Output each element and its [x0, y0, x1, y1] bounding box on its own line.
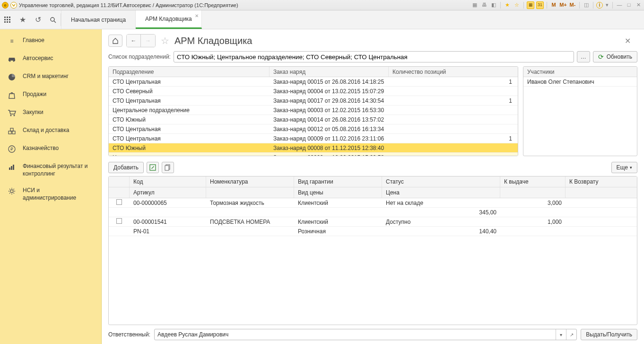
sidebar-item-treasury[interactable]: ₽ Казначейство	[0, 140, 101, 158]
cell-check[interactable]	[109, 217, 130, 226]
order-row[interactable]: Центральное подразделениеЗаказ-наряд 000…	[109, 106, 518, 115]
col-pricetype[interactable]: Вид цены	[294, 187, 382, 198]
cell-check[interactable]	[109, 198, 130, 207]
sidebar-item-label: Автосервис	[23, 55, 53, 62]
col-article[interactable]: Артикул	[130, 187, 206, 198]
col-out[interactable]: К выдаче	[500, 176, 566, 187]
main-panel: ← → ☆ АРМ Кладовщика ✕ Список подразделе…	[102, 29, 644, 344]
responsible-combo[interactable]: Авдеев Руслан Дамирович ▾ ↗	[154, 329, 577, 340]
sidebar-item-crm[interactable]: CRM и маркетинг	[0, 68, 101, 86]
m-plus-button[interactable]: M+	[559, 1, 567, 9]
app-menu-dropdown[interactable]	[10, 2, 17, 9]
edit-button[interactable]	[147, 162, 159, 173]
tab-close-icon[interactable]: ✕	[195, 13, 199, 18]
sidebar-item-sales[interactable]: Продажи	[0, 86, 101, 104]
sidebar-item-finance[interactable]: Финансовый результат и контроллинг	[0, 158, 101, 182]
item-subrow[interactable]: PN-01Розничная140,40	[109, 227, 637, 236]
tab-arm-kladovshika[interactable]: АРМ Кладовщика ✕	[136, 10, 202, 29]
departments-input[interactable]	[174, 51, 574, 62]
toolbar-icon-1[interactable]: ▦	[471, 1, 479, 9]
sidebar-item-label: CRM и маркетинг	[23, 73, 69, 80]
print-icon[interactable]: 🖶	[480, 1, 488, 9]
item-row[interactable]: 00-00001541ПОДСВЕТКА НОМЕРАКлиентскийДос…	[109, 217, 637, 227]
order-row[interactable]: Центральное подразделениеЗаказ-наряд 000…	[109, 153, 518, 156]
filter-label: Список подразделений:	[108, 53, 171, 60]
maximize-button[interactable]: □	[625, 1, 633, 9]
items-table[interactable]: Код Номенклатура Вид гарантии Статус К в…	[108, 176, 637, 325]
close-page-button[interactable]: ✕	[625, 36, 637, 45]
sidebar-item-label: НСИ и администрирование	[23, 187, 94, 202]
orders-body[interactable]: СТО ЦентральнаяЗаказ-наряд 00015 от 26.0…	[109, 77, 518, 156]
refresh-button[interactable]: ⟳ Обновить	[593, 51, 637, 62]
info-icon[interactable]: i	[596, 2, 603, 9]
order-row[interactable]: СТО ЮжныйЗаказ-наряд 00014 от 26.08.2016…	[109, 115, 518, 124]
item-subrow[interactable]: 345,00	[109, 208, 637, 217]
col-price[interactable]: Цена	[382, 187, 500, 198]
orders-table[interactable]: Подразделение Заказ наряд Количество поз…	[108, 66, 518, 156]
close-window-button[interactable]: ✕	[635, 1, 642, 9]
item-row[interactable]: 00-00000065Тормозная жидкостьКлиентскийН…	[109, 198, 637, 208]
m-minus-button[interactable]: M-	[569, 1, 576, 9]
tab-active-label: АРМ Кладовщика	[145, 16, 192, 22]
panel-icon[interactable]: ◫	[583, 1, 590, 9]
calendar-icon[interactable]: 31	[536, 1, 544, 9]
sidebar-item-purchase[interactable]: Закупки	[0, 104, 101, 122]
participant-row[interactable]: Иванов Олег Степанович	[523, 77, 637, 87]
participants-body[interactable]: Иванов Олег Степанович	[523, 77, 637, 156]
apps-icon[interactable]	[0, 16, 15, 24]
order-row[interactable]: СТО ЦентральнаяЗаказ-наряд 00015 от 26.0…	[109, 77, 518, 87]
svg-rect-8	[9, 21, 10, 23]
tab-home[interactable]: Начальная страница	[61, 10, 136, 29]
add-button[interactable]: Добавить	[108, 162, 144, 173]
sidebar-item-warehouse[interactable]: Склад и доставка	[0, 122, 101, 140]
sidebar-item-autoservice[interactable]: Автосервис	[0, 50, 101, 68]
more-label: Еще	[617, 164, 628, 171]
issue-receive-button[interactable]: Выдать/Получить	[581, 329, 637, 340]
order-row[interactable]: СТО ЮжныйЗаказ-наряд 00008 от 11.12.2015…	[109, 143, 518, 153]
cell-qty: 1	[389, 135, 518, 142]
star-icon[interactable]: ★	[15, 15, 30, 24]
sidebar-item-nsi[interactable]: НСИ и администрирование	[0, 182, 101, 206]
col-participants[interactable]: Участники	[523, 67, 637, 77]
m-button[interactable]: M	[550, 1, 557, 9]
items-body[interactable]: 00-00000065Тормозная жидкостьКлиентскийН…	[109, 198, 637, 325]
more-button[interactable]: Еще ▾	[611, 162, 637, 173]
col-status[interactable]: Статус	[382, 176, 500, 187]
chevron-down-icon: ▾	[630, 165, 632, 170]
order-row[interactable]: СТО ЦентральнаяЗаказ-наряд 00017 от 29.0…	[109, 96, 518, 106]
home-button[interactable]	[108, 35, 122, 47]
col-dept[interactable]: Подразделение	[109, 67, 270, 77]
separator	[593, 2, 593, 9]
favorites-alt-icon[interactable]: ☆	[513, 1, 521, 9]
open-button[interactable]: ↗	[566, 329, 576, 340]
chevron-down-icon[interactable]: ▾	[556, 329, 566, 340]
copy-button[interactable]	[162, 162, 174, 173]
order-row[interactable]: СТО ЦентральнаяЗаказ-наряд 00012 от 05.0…	[109, 124, 518, 134]
cell-order: Заказ-наряд 00008 от 11.12.2015 12:38:40	[270, 145, 389, 151]
sidebar-item-glavnoe[interactable]: ≡ Главное	[0, 32, 101, 50]
search-icon[interactable]	[45, 17, 61, 23]
col-order[interactable]: Заказ наряд	[270, 67, 389, 77]
col-nom[interactable]: Номенклатура	[206, 176, 294, 187]
svg-point-11	[9, 61, 11, 62]
col-code[interactable]: Код	[130, 176, 206, 187]
calc-icon[interactable]: ▦	[527, 1, 534, 9]
select-button[interactable]: …	[577, 51, 590, 62]
history-icon[interactable]: ↺	[30, 15, 45, 24]
back-button[interactable]: ←	[127, 35, 141, 47]
favorite-star-icon[interactable]: ☆	[159, 35, 171, 46]
page-title: АРМ Кладовщика	[174, 35, 252, 46]
toolbar-icon-3[interactable]: ◧	[490, 1, 497, 9]
col-warranty[interactable]: Вид гарантии	[294, 176, 382, 187]
forward-button[interactable]: →	[141, 35, 155, 47]
col-blank1	[206, 187, 294, 198]
order-row[interactable]: СТО СеверныйЗаказ-наряд 00004 от 13.02.2…	[109, 87, 518, 96]
cell-order: Заказ-наряд 00017 от 29.08.2016 14:30:54	[270, 97, 389, 104]
info-dropdown[interactable]: ▾	[605, 1, 609, 9]
col-ret[interactable]: К Возврату	[566, 176, 627, 187]
favorites-icon[interactable]: ★	[504, 1, 511, 9]
order-row[interactable]: СТО ЦентральнаяЗаказ-наряд 00009 от 11.0…	[109, 134, 518, 143]
minimize-button[interactable]: —	[616, 1, 623, 9]
participants-table[interactable]: Участники Иванов Олег Степанович	[523, 66, 637, 156]
col-qty[interactable]: Количество позиций	[389, 67, 518, 77]
